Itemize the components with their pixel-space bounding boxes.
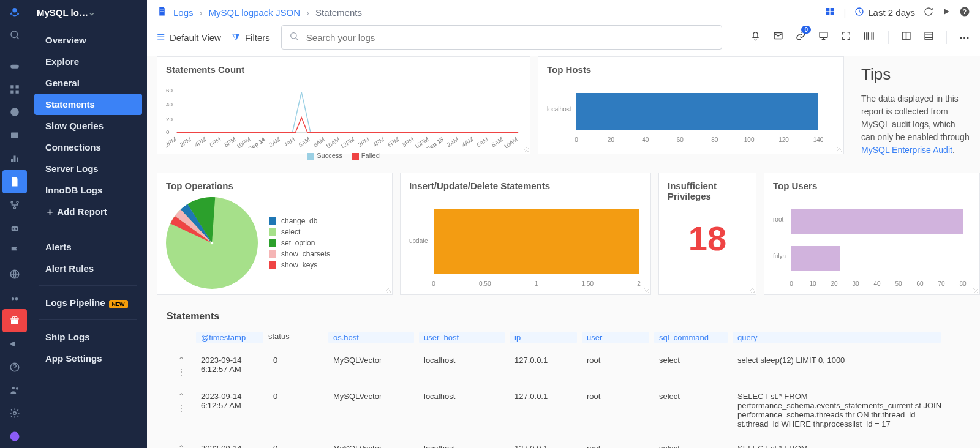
svg-text:8PM: 8PM <box>401 135 416 148</box>
megaphone-icon[interactable] <box>2 332 27 356</box>
sidebar-item-logs-pipeline[interactable]: Logs PipelineNEW <box>34 292 142 313</box>
view-selector[interactable]: ☰Default View <box>157 32 221 43</box>
barcode-icon[interactable] <box>864 31 876 43</box>
svg-text:40: 40 <box>642 136 649 143</box>
breadcrumb: Logs › MySQL logpack JSON › Statements <box>157 6 362 18</box>
refresh-icon[interactable] <box>924 7 933 18</box>
svg-text:2AM: 2AM <box>267 135 282 148</box>
svg-point-9 <box>10 108 19 117</box>
play-icon[interactable] <box>942 7 951 18</box>
view-label: Default View <box>170 32 221 43</box>
svg-rect-34 <box>826 12 829 15</box>
row-expand-icon[interactable]: ⌃⋮ <box>167 392 196 428</box>
search-input[interactable] <box>305 32 714 43</box>
sidebar-item-connections[interactable]: Connections <box>34 136 142 158</box>
branch-icon[interactable] <box>2 193 27 217</box>
gift-icon[interactable] <box>2 309 27 332</box>
settings-gear-icon[interactable] <box>2 401 27 425</box>
search-icon[interactable] <box>2 23 27 47</box>
svg-text:4AM: 4AM <box>282 135 297 148</box>
col-status[interactable]: status <box>268 332 323 343</box>
globe-icon[interactable] <box>2 263 27 286</box>
fullscreen-icon[interactable] <box>841 31 851 44</box>
columns-icon[interactable] <box>901 31 911 44</box>
svg-text:1: 1 <box>535 280 538 287</box>
pie-legend: change_dbselectset_optionshow_charsetssh… <box>269 214 330 272</box>
sidebar-item-statements[interactable]: Statements <box>34 94 142 115</box>
sidebar-item-app-settings[interactable]: App Settings <box>34 348 142 369</box>
avatar-icon[interactable] <box>2 425 27 448</box>
grid-icon[interactable] <box>2 78 27 101</box>
chart-legend: Success Failed <box>166 152 521 160</box>
incognito-icon[interactable] <box>2 286 27 309</box>
svg-rect-47 <box>873 32 874 40</box>
time-range-picker[interactable]: Last 2 days <box>854 7 915 18</box>
breadcrumb-current: Statements <box>315 7 362 18</box>
svg-rect-32 <box>826 8 829 11</box>
svg-point-90 <box>211 242 214 245</box>
page-icon <box>157 6 167 18</box>
sidebar-item-ship-logs[interactable]: Ship Logs <box>34 326 142 348</box>
svg-point-19 <box>15 228 17 229</box>
svg-text:40: 40 <box>166 101 173 108</box>
users-icon[interactable] <box>2 378 27 401</box>
app-title[interactable]: MySQL logpack JS… ⌄ <box>29 0 147 24</box>
search-input-wrapper[interactable] <box>281 25 722 50</box>
svg-text:20: 20 <box>608 136 615 143</box>
help-icon[interactable]: ? <box>959 6 970 19</box>
svg-rect-8 <box>16 90 19 93</box>
breadcrumb-parent[interactable]: MySQL logpack JSON <box>209 7 301 18</box>
sidebar-item-slow-queries[interactable]: Slow Queries <box>34 115 142 136</box>
add-report-button[interactable]: ＋ Add Report <box>34 201 142 223</box>
tips-link[interactable]: MySQL Enterprise Audit <box>861 145 952 155</box>
sidebar-item-innodb-logs[interactable]: InnoDB Logs <box>34 179 142 201</box>
topbar: Logs › MySQL logpack JSON › Statements |… <box>147 0 980 24</box>
game-controller-icon[interactable] <box>2 54 27 78</box>
svg-text:0: 0 <box>432 280 435 287</box>
row-expand-icon[interactable]: ⌃⋮ <box>167 444 196 448</box>
row-expand-icon[interactable]: ⌃⋮ <box>167 356 196 376</box>
svg-rect-12 <box>14 156 16 163</box>
sidebar-item-overview[interactable]: Overview <box>34 29 142 51</box>
sidebar-item-server-logs[interactable]: Server Logs <box>34 158 142 179</box>
col-sqlcommand[interactable]: sql_command <box>654 332 728 343</box>
filters-button[interactable]: ⧩Filters <box>232 32 270 43</box>
col-oshost[interactable]: os.host <box>328 332 414 343</box>
sidebar-item-alerts[interactable]: Alerts <box>34 236 142 258</box>
col-user[interactable]: user <box>582 332 649 343</box>
more-icon[interactable]: ⋯ <box>959 31 970 44</box>
sidebar-item-general[interactable]: General <box>34 72 142 94</box>
sidebar-item-explore[interactable]: Explore <box>34 51 142 72</box>
sidebar-item-alert-rules[interactable]: Alert Rules <box>34 258 142 279</box>
col-query[interactable]: query <box>733 332 941 343</box>
help-icon[interactable] <box>2 356 27 379</box>
robot-icon[interactable] <box>2 217 27 240</box>
breadcrumb-root[interactable]: Logs <box>173 7 194 18</box>
logs-pipeline-label: Logs Pipeline <box>45 297 105 308</box>
brand-octopus-icon[interactable] <box>2 0 27 23</box>
monitor-icon[interactable] <box>818 31 829 44</box>
table-row[interactable]: ⌃⋮2023-09-146:12:57 AM0MySQLVectorlocalh… <box>167 348 970 384</box>
col-timestamp[interactable]: @timestamp <box>196 332 263 343</box>
svg-text:100: 100 <box>744 136 755 143</box>
document-icon[interactable] <box>2 170 27 193</box>
panel-title: Statements <box>167 311 970 322</box>
tips-text: The data displayed in this report is col… <box>861 94 970 142</box>
panel-top-hosts: Top Hosts localhost 020406080100120140 <box>538 56 844 154</box>
filters-label: Filters <box>245 32 270 43</box>
bar-chart-icon[interactable] <box>2 147 27 170</box>
alert-circle-icon[interactable] <box>2 101 27 124</box>
link-icon[interactable]: 0 <box>796 31 806 44</box>
table-row[interactable]: ⌃⋮2023-09-146:12:57 AM0MySQLVectorlocalh… <box>167 436 970 448</box>
apps-grid-icon[interactable] <box>825 7 835 18</box>
svg-text:10: 10 <box>809 280 816 287</box>
flag-icon[interactable] <box>2 240 27 263</box>
archive-icon[interactable] <box>2 124 27 147</box>
col-ip[interactable]: ip <box>510 332 577 343</box>
bell-icon[interactable] <box>750 31 761 44</box>
table-icon[interactable] <box>924 31 934 44</box>
table-row[interactable]: ⌃⋮2023-09-146:12:57 AM0MySQLVectorlocalh… <box>167 384 970 436</box>
svg-text:8PM: 8PM <box>223 135 238 148</box>
mail-icon[interactable] <box>773 31 783 44</box>
col-userhost[interactable]: user_host <box>419 332 505 343</box>
